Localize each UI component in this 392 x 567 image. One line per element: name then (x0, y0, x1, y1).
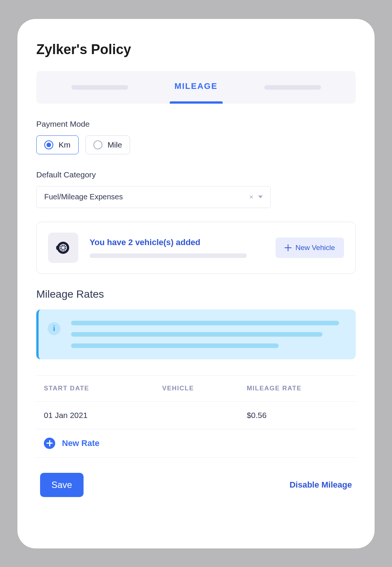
footer: Save Disable Mileage (36, 473, 356, 497)
payment-mode-label: Payment Mode (36, 120, 356, 129)
table-row[interactable]: 01 Jan 2021 $0.56 (36, 402, 356, 429)
info-banner: i (36, 309, 356, 359)
tab-placeholder-right[interactable] (244, 85, 341, 90)
col-mileage-rate: MILEAGE RATE (247, 385, 348, 392)
radio-icon (93, 140, 102, 149)
placeholder-bar (71, 343, 279, 348)
wheel-icon (48, 233, 78, 263)
chevron-down-icon (258, 196, 263, 198)
cell-mileage-rate: $0.56 (247, 411, 348, 420)
tabs-bar: MILEAGE (36, 71, 356, 104)
placeholder-bar (71, 321, 339, 325)
cell-start-date: 01 Jan 2021 (44, 411, 162, 420)
tab-underline (170, 101, 223, 104)
mileage-rates-heading: Mileage Rates (36, 288, 356, 300)
col-vehicle: VEHICLE (162, 385, 247, 392)
save-button[interactable]: Save (40, 473, 84, 497)
placeholder-bar (90, 253, 247, 258)
radio-km[interactable]: Km (36, 135, 79, 154)
info-text-placeholder (71, 321, 344, 348)
default-category-select[interactable]: Fuel/Mileage Expenses ✕ (36, 186, 271, 208)
vehicles-card: You have 2 vehicle(s) added New Vehicle (36, 222, 356, 274)
vehicles-card-message: You have 2 vehicle(s) added (90, 238, 264, 247)
disable-mileage-link[interactable]: Disable Mileage (290, 480, 352, 490)
page-title: Zylker's Policy (36, 42, 356, 57)
col-start-date: START DATE (44, 385, 162, 392)
plus-icon (285, 244, 291, 251)
default-category-value: Fuel/Mileage Expenses (44, 193, 123, 201)
radio-icon (44, 140, 53, 149)
save-button-label: Save (51, 480, 72, 490)
radio-mile[interactable]: Mile (85, 135, 130, 154)
tab-mileage[interactable]: MILEAGE (148, 71, 244, 104)
placeholder-bar (264, 85, 321, 90)
default-category-label: Default Category (36, 170, 356, 179)
new-rate-label: New Rate (62, 438, 99, 448)
placeholder-bar (71, 85, 128, 90)
settings-panel: Zylker's Policy MILEAGE Payment Mode Km … (17, 19, 375, 548)
new-rate-button[interactable]: New Rate (36, 429, 356, 458)
plus-circle-icon (44, 438, 55, 449)
new-vehicle-button-label: New Vehicle (295, 244, 335, 252)
info-icon: i (48, 322, 60, 335)
rates-table: START DATE VEHICLE MILEAGE RATE 01 Jan 2… (36, 375, 356, 458)
tab-placeholder-left[interactable] (51, 85, 148, 90)
payment-mode-group: Km Mile (36, 135, 356, 154)
new-vehicle-button[interactable]: New Vehicle (276, 238, 344, 258)
radio-km-label: Km (59, 140, 71, 149)
radio-mile-label: Mile (108, 140, 122, 149)
clear-icon[interactable]: ✕ (249, 194, 254, 200)
tab-mileage-label: MILEAGE (174, 71, 217, 101)
placeholder-bar (71, 332, 322, 337)
table-header: START DATE VEHICLE MILEAGE RATE (36, 376, 356, 402)
select-icons: ✕ (249, 194, 263, 200)
